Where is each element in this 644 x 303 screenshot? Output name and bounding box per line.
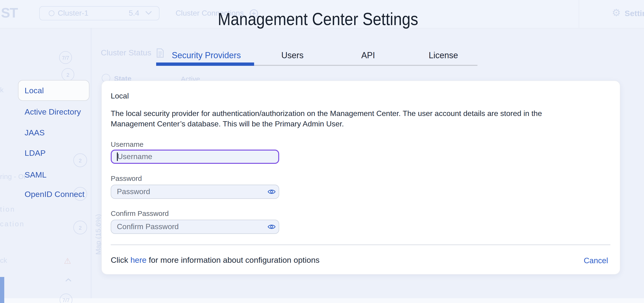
chevron-up-icon (65, 278, 72, 282)
chevron-down-icon (145, 11, 152, 15)
tab-security-providers[interactable]: Security Providers (172, 51, 241, 60)
footer-info-text: Click here for more information about co… (111, 256, 320, 265)
ghost-badge: 2 (73, 153, 87, 167)
text-caret (117, 152, 118, 161)
password-input[interactable] (111, 187, 264, 196)
ghost-badge-members: 7/7 (59, 51, 72, 64)
username-label: Username (111, 140, 143, 148)
gear-icon: ⚙ (612, 7, 621, 19)
ghost-logo: ST (1, 5, 18, 21)
username-input[interactable] (112, 152, 278, 161)
password-label: Password (111, 174, 142, 182)
warning-triangle-icon: ⚠ (64, 256, 71, 266)
document-icon (156, 48, 164, 58)
panel-heading: Local (111, 92, 129, 100)
ghost-cluster-selector (39, 6, 160, 20)
sidebar-item-jaas[interactable]: JAAS (24, 128, 45, 137)
toggle-confirm-password-visibility-button[interactable] (264, 221, 279, 233)
eye-icon (267, 223, 276, 230)
ghost-column-divider (91, 28, 91, 298)
more-info-link[interactable]: here (130, 256, 146, 265)
eye-icon (267, 188, 276, 195)
ghost-settings-label: Settin (624, 9, 644, 19)
ghost-text-fragment: tion (0, 205, 15, 213)
ghost-text-fragment: ring - OF (0, 172, 28, 180)
footer-text-before: Click (111, 256, 130, 265)
sidebar-item-active-directory[interactable]: Active Directory (24, 108, 81, 116)
ghost-text-fragment: cation (0, 220, 24, 228)
toggle-password-visibility-button[interactable] (264, 186, 279, 198)
sidebar-item-openid-connect[interactable]: OpenID Connect (24, 190, 84, 199)
footer-divider (111, 244, 610, 245)
sidebar-item-local[interactable]: Local (24, 86, 44, 95)
password-field[interactable] (111, 185, 279, 199)
ghost-cluster-version: 5.4 (129, 9, 139, 18)
tab-license[interactable]: License (429, 51, 458, 60)
ghost-header-divider (579, 0, 579, 28)
sidebar-item-saml[interactable]: SAML (24, 170, 46, 179)
ghost-badge-members: 7/7 (60, 293, 72, 303)
ghost-cluster-status-label: Cluster Status (101, 48, 152, 58)
ghost-badge: 2 (73, 221, 87, 234)
confirm-password-input[interactable] (111, 222, 264, 231)
ghost-badge: 2 (62, 68, 74, 81)
tab-users[interactable]: Users (281, 51, 304, 60)
page-title: Management Center Settings (218, 10, 418, 29)
management-center-settings-screen: ST Cluster-1 5.4 Cluster Connections ⚙ S… (0, 0, 644, 303)
provider-description-line1: The local security provider for authenti… (111, 108, 612, 119)
confirm-password-label: Confirm Password (111, 209, 169, 217)
username-field[interactable] (111, 150, 279, 164)
ghost-cluster-name: Cluster-1 (58, 9, 88, 18)
ghost-nav-strip (0, 277, 4, 303)
sidebar-item-ldap[interactable]: LDAP (24, 149, 46, 158)
tab-api[interactable]: API (361, 51, 375, 60)
ghost-footer-band (0, 298, 644, 303)
ghost-map-axis-label: Map (15.6%) (94, 214, 102, 255)
ghost-text-fragment: ck (0, 256, 7, 264)
ghost-cluster-status-dot-icon (49, 11, 54, 16)
provider-description-line2: Management Center’s database. This will … (111, 119, 612, 129)
active-tab-indicator (156, 63, 254, 66)
ghost-text-fragment: k (0, 86, 4, 94)
confirm-password-field[interactable] (111, 220, 279, 234)
footer-text-after: for more information about configuration… (146, 256, 320, 265)
cancel-button[interactable]: Cancel (584, 256, 608, 265)
